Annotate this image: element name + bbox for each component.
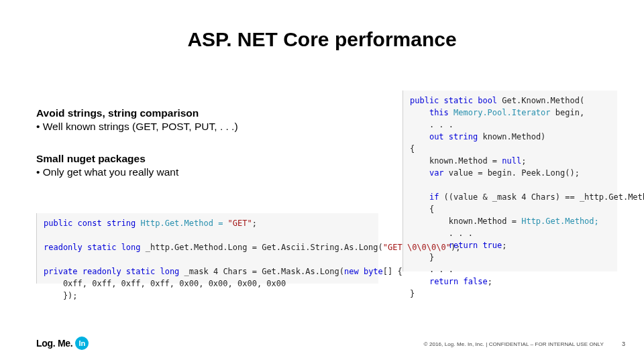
code-snippet-left: public const string Http.Get.Method = "G… <box>36 213 378 284</box>
logo: Log. Me. In <box>36 337 89 350</box>
slide: ASP. NET Core performance Avoid strings,… <box>0 0 644 362</box>
section-heading: Small nuget packages <box>36 153 372 165</box>
footer: Log. Me. In © 2016, Log. Me. In, Inc. | … <box>0 330 644 350</box>
section-heading: Avoid strings, string comparison <box>36 107 372 119</box>
slide-title: ASP. NET Core performance <box>0 28 644 51</box>
logo-bubble-icon: In <box>75 337 89 350</box>
page-number: 3 <box>622 341 625 347</box>
bullet-item: Well known strings (GET, POST, PUT, . . … <box>36 121 372 133</box>
logo-text: Log. Me. <box>36 338 72 349</box>
bullet-item: Only get what you really want <box>36 166 372 178</box>
body-text: Avoid strings, string comparison Well kn… <box>36 107 372 189</box>
confidential-notice: © 2016, Log. Me. In, Inc. | CONFIDENTIAL… <box>424 341 604 347</box>
